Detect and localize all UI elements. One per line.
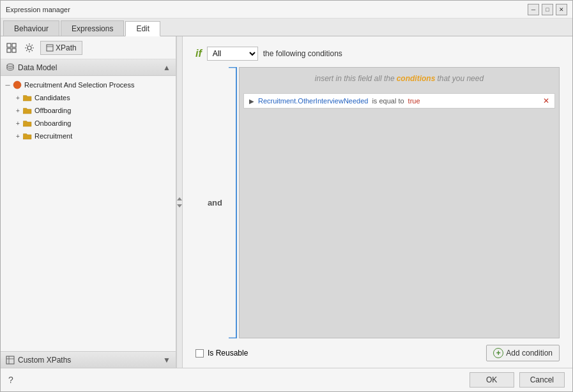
bracket-svg [227, 67, 239, 338]
add-condition-label: Add condition [506, 349, 553, 358]
tree-area: ─ Recruitment And Selection Process + [1, 76, 176, 351]
all-select[interactable]: All Any None [207, 47, 258, 61]
conditions-hint: insert in this field all the conditions … [240, 68, 559, 89]
settings-icon[interactable] [22, 41, 36, 55]
window-title: Expression manager [6, 6, 70, 13]
close-button[interactable]: ✕ [556, 4, 567, 15]
bottom-row: Is Reusable + Add condition [195, 345, 560, 361]
tab-edit[interactable]: Edit [125, 21, 160, 36]
main-content: XPath Data Model ▲ [1, 36, 572, 368]
svg-point-4 [27, 46, 31, 50]
tree-label-candidates: Candidates [34, 94, 70, 102]
title-bar: Expression manager ─ □ ✕ [1, 1, 572, 19]
tree-item-offboarding[interactable]: + Offboarding [1, 104, 176, 117]
conditions-box: insert in this field all the conditions … [239, 67, 560, 338]
custom-xpaths-footer: Custom XPaths ▼ [1, 351, 176, 368]
following-conditions-text: the following conditions [263, 49, 342, 58]
tree-expand-candidates[interactable]: + [13, 93, 22, 102]
folder-icon-offboarding [22, 105, 33, 116]
help-button[interactable]: ? [8, 375, 13, 385]
condition-value: true [408, 97, 420, 105]
is-reusable-container: Is Reusable [195, 349, 248, 358]
condition-field: Recruitment.OtherInterviewNeeded [258, 97, 368, 105]
xpath-button[interactable]: XPath [40, 41, 82, 55]
custom-xpaths-expand-icon[interactable]: ▼ [163, 356, 171, 365]
process-icon [12, 80, 22, 90]
svg-point-7 [7, 64, 13, 66]
ok-button[interactable]: OK [470, 372, 514, 388]
condition-expand-icon[interactable]: ▶ [249, 98, 254, 105]
right-panel: if All Any None the following conditions… [183, 36, 572, 368]
resize-handle[interactable] [176, 36, 183, 368]
grid-icon[interactable] [4, 41, 19, 55]
tab-expressions[interactable]: Expressions [61, 20, 124, 36]
tree-expand-onboarding[interactable]: + [13, 119, 22, 128]
window-controls: ─ □ ✕ [528, 4, 567, 15]
svg-rect-2 [7, 49, 11, 52]
svg-rect-5 [47, 45, 53, 51]
folder-icon-recruitment [22, 131, 33, 141]
custom-xpaths-label: Custom XPaths [18, 356, 71, 365]
tree-expand-recruitment[interactable]: + [13, 132, 22, 140]
resize-arrow-up [177, 197, 182, 200]
database-icon [6, 63, 15, 72]
svg-point-8 [13, 81, 21, 89]
resize-arrow-down [177, 204, 182, 207]
svg-rect-0 [7, 43, 11, 47]
folder-icon-onboarding [22, 118, 33, 128]
tree-item-recruitment[interactable]: + Recruitment [1, 130, 176, 142]
tree-expand-icon[interactable]: ─ [3, 80, 12, 89]
condition-row[interactable]: ▶ Recruitment.OtherInterviewNeeded is eq… [243, 93, 555, 109]
add-condition-icon: + [493, 348, 503, 358]
tree-expand-offboarding[interactable]: + [13, 106, 22, 115]
window-footer: ? OK Cancel [1, 368, 572, 391]
left-panel: XPath Data Model ▲ [1, 36, 176, 368]
tree-label-offboarding: Offboarding [34, 107, 71, 114]
add-condition-button[interactable]: + Add condition [486, 345, 560, 361]
minimize-button[interactable]: ─ [528, 4, 539, 15]
main-window: Expression manager ─ □ ✕ Behaviour Expre… [0, 0, 573, 392]
custom-xpath-icon [6, 356, 15, 365]
tab-behaviour[interactable]: Behaviour [3, 20, 59, 36]
footer-buttons: OK Cancel [470, 372, 565, 388]
is-reusable-checkbox[interactable] [195, 349, 204, 358]
svg-rect-9 [6, 356, 14, 364]
cancel-button[interactable]: Cancel [519, 372, 565, 388]
data-model-label: Data Model [18, 63, 57, 72]
conditions-keyword: conditions [397, 74, 436, 83]
tree-item-candidates[interactable]: + Candidates [1, 91, 176, 104]
svg-rect-1 [12, 43, 16, 47]
conditions-area: and insert in this field all the cond [195, 67, 560, 338]
if-label: if [195, 48, 202, 59]
and-label: and [208, 198, 222, 207]
left-toolbar: XPath [1, 36, 176, 59]
data-model-header: Data Model ▲ [1, 59, 176, 76]
tree-item-onboarding[interactable]: + Onboarding [1, 117, 176, 130]
data-model-collapse-icon[interactable]: ▲ [163, 63, 171, 72]
tree-label-onboarding: Onboarding [34, 119, 72, 127]
is-reusable-label: Is Reusable [208, 349, 248, 358]
folder-icon-candidates [22, 93, 33, 103]
tree-root-label: Recruitment And Selection Process [24, 81, 134, 89]
tree-root-item[interactable]: ─ Recruitment And Selection Process [1, 79, 176, 91]
tab-bar: Behaviour Expressions Edit [1, 19, 572, 36]
svg-rect-3 [12, 49, 16, 52]
and-label-container: and [195, 67, 227, 338]
maximize-button[interactable]: □ [542, 4, 553, 15]
condition-operator: is equal to [372, 97, 404, 105]
tree-label-recruitment: Recruitment [34, 132, 72, 140]
if-row: if All Any None the following conditions [195, 47, 560, 61]
condition-delete-button[interactable]: ✕ [543, 96, 549, 105]
bracket [227, 67, 239, 338]
